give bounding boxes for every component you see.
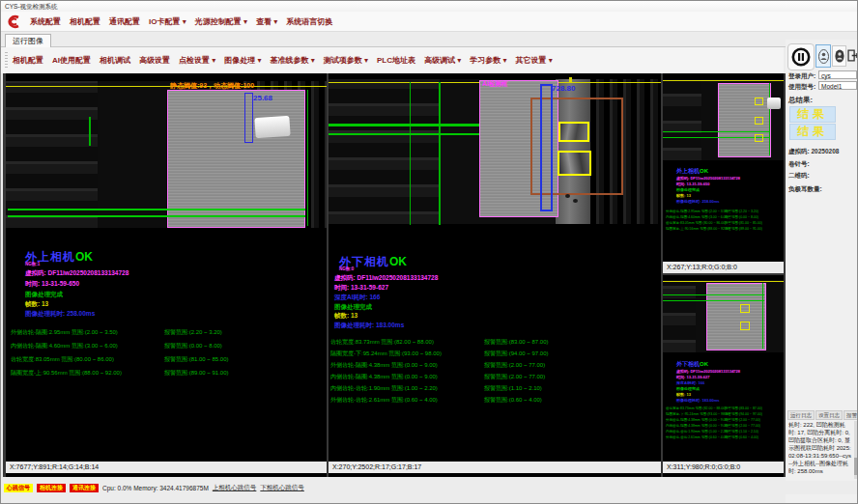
measure-row: 隔圈宽度-下:95.24mm 范围:(93.00 ~ 98.00)	[330, 350, 442, 358]
menu-camera-config[interactable]: 相机配置	[70, 16, 100, 27]
result-box-bottom: 结果	[789, 124, 836, 140]
thumb-row: 内侧齿轮-隔圈:4.60mm 范围:(3.00 ~ 6.00)	[666, 215, 729, 219]
menu-view[interactable]: 查看 ▾	[256, 16, 277, 27]
logout-button[interactable]	[846, 44, 858, 66]
log-scrollbar[interactable]	[854, 421, 857, 479]
thumb-bottom-bg-left	[663, 280, 696, 352]
menu-io-config[interactable]: IO卡配置 ▾	[149, 16, 186, 27]
tool-camera-debug[interactable]: 相机调试	[100, 55, 130, 66]
comm-link-indicator: 通讯连接	[70, 484, 99, 492]
center-camera-view[interactable]: AI检测框 728.80 外下相机OK NG数:0 虚拟码: DF11iw202…	[329, 73, 661, 477]
thumb-bottom-done: 图像处理完成	[676, 386, 700, 391]
thumb-top-camera-name: 外上相机	[676, 168, 700, 174]
thumb-top-done: 图像处理完成	[676, 187, 700, 192]
ai-detect-box-label: AI检测框	[482, 80, 507, 89]
tab-count-label: 负极耳数量:	[788, 185, 822, 194]
thumb-row: 外侧齿轮-隔圈:2.95mm 范围:(2.00 ~ 3.50)	[666, 210, 729, 213]
left-measure-roi	[244, 93, 253, 143]
log-scrollbar-thumb[interactable]	[854, 458, 857, 475]
alarm-range: 报警范围:(89.00 ~ 91.00)	[164, 369, 229, 378]
thumb-row: 齿轮宽度:83.05mm 范围:(80.00 ~ 86.00)	[666, 221, 726, 225]
left-frame-count: 帧数: 13	[25, 300, 48, 309]
thumb-top-roi-1	[755, 98, 763, 105]
thumb-row: 隔圈宽度-下:95.24mm 范围:(93.00 ~ 98.00)	[666, 412, 730, 416]
tool-test-params[interactable]: 测试项参数 ▾	[324, 55, 368, 66]
left-camera-view[interactable]: 25.68 静态阈值:93，动态阈值:100 外上相机OK NG数:1 虚拟码:…	[6, 73, 327, 477]
left-result-ok: OK	[75, 250, 93, 264]
thumb-top-ok: OK	[700, 168, 708, 174]
log-text-area[interactable]: 耗时: 222, 凹陷检测耗时: 17, 凹陷分离耗时: 0, 凹陷提取合区耗时…	[788, 421, 852, 479]
thumb-row: 报警范围:(0.60 ~ 4.00)	[725, 435, 758, 439]
login-user-value[interactable]: cys	[818, 70, 857, 79]
toolbar-grip[interactable]	[5, 52, 8, 68]
center-green-hline-1	[329, 124, 483, 126]
tool-ai-use-config[interactable]: AI使用配置	[52, 55, 91, 66]
app-window: CYS-视觉检测系统 系统配置 相机配置 通讯配置 IO卡配置 ▾ 光源控制配置…	[0, 0, 858, 504]
measure-row: 隔圈宽度-上:90.56mm 范围:(88.00 ~ 92.00)	[11, 369, 122, 378]
thumb-top-camera-view[interactable]: 外上相机OK 虚拟码: DF11iw20250208133134728 时间: …	[663, 73, 784, 273]
left-measure-value: 25.68	[253, 94, 272, 102]
thumb-bottom-ai-time: 深度AI耗时: 166	[676, 380, 704, 385]
thumb-bottom-title: 外下相机OK	[676, 360, 708, 369]
bottom-camera-heartbeat-link[interactable]: 下相机心跳信号	[260, 484, 304, 492]
thumb-row: 外侧齿轮-齿轮:2.61mm 范围:(0.60 ~ 4.00)	[666, 435, 729, 439]
log-tab-run[interactable]: 运行日志	[787, 410, 815, 420]
tool-advanced-settings[interactable]: 高级设置	[139, 55, 170, 66]
thumb-top-yellow-line	[663, 80, 784, 81]
thumb-top-frames: 帧数: 13	[676, 193, 691, 198]
thumb-top-title: 外上相机OK	[676, 167, 708, 176]
left-coord-bar: X:7677;Y:891;R:14;G:14;B:14	[6, 462, 327, 473]
log-tab-settings[interactable]: 设置日志	[815, 410, 843, 420]
tool-advanced-debug[interactable]: 高级调试 ▾	[424, 55, 461, 66]
alarm-range: 报警范围:(2.00 ~ 77.00)	[484, 373, 545, 381]
thumb-bottom-yellow-line	[663, 281, 784, 282]
heartbeat-indicator: 心跳信号	[4, 484, 33, 492]
center-hole-1	[565, 194, 570, 198]
thumb-row: 报警范围:(89.00 ~ 91.00)	[725, 227, 762, 231]
thumb-top-coord-bar: X:267;Y:13;R:0;G:0;B:0	[663, 262, 784, 273]
center-tab-roi-2	[558, 151, 591, 176]
menu-system-config[interactable]: 系统配置	[30, 16, 61, 27]
pause-button[interactable]	[787, 43, 815, 70]
tool-baseline-params[interactable]: 基准线参数 ▾	[271, 55, 315, 66]
measure-row: 外侧齿轮-齿轮:2.61mm 范围:(0.60 ~ 4.00)	[330, 396, 438, 405]
center-coord-bar: X:270;Y:2502;R:17;G:17;B:17	[329, 462, 661, 473]
tool-other-settings[interactable]: 其它设置 ▾	[516, 55, 553, 66]
center-green-vline-1	[410, 82, 411, 225]
tool-learn-params[interactable]: 学习参数 ▾	[470, 55, 506, 66]
thumb-bottom-coord-bar: X:311;Y:980;R:0;G:0;B:0	[663, 462, 784, 473]
log-tab-alarm[interactable]: 报警日志	[844, 410, 858, 420]
menu-comm-config[interactable]: 通讯配置	[109, 16, 140, 27]
left-yellow-scanline	[6, 86, 327, 87]
center-machine-bg	[329, 79, 440, 224]
result-box-top: 结果	[789, 106, 836, 123]
needle-number-label: 卷针号:	[788, 160, 810, 169]
cpu-memory-readout: Cpu: 0.0% Memory: 3424.41796875M	[102, 485, 209, 491]
thumb-bottom-gline-1	[663, 294, 764, 295]
center-tab-roi-1	[558, 122, 589, 142]
menu-language-switch[interactable]: 系统语言切换	[286, 16, 332, 27]
top-camera-heartbeat-link[interactable]: 上相机心跳信号	[213, 484, 257, 492]
tool-camera-config[interactable]: 相机配置	[13, 55, 43, 66]
thumb-bottom-roi-2	[740, 322, 750, 330]
user-button[interactable]	[815, 44, 831, 68]
left-barcode: 虚拟码: DF11iw20250208133134728	[25, 269, 129, 278]
thumb-bottom-camera-view[interactable]: 外下相机OK 虚拟码: DF11iw20250208133134728 时间: …	[663, 275, 784, 477]
menu-light-config[interactable]: 光源控制配置 ▾	[195, 16, 247, 27]
tab-run-image[interactable]: 运行图像	[5, 34, 51, 47]
left-green-hline-2	[8, 215, 305, 217]
brand-logo-icon	[5, 14, 21, 29]
left-ng-count: NG数:1	[25, 262, 40, 266]
tool-image-process[interactable]: 图像处理 ▾	[224, 55, 261, 66]
user-dark-button[interactable]	[832, 45, 846, 67]
center-process-time: 图像处理耗时: 183.00ms	[334, 322, 404, 330]
model-value[interactable]: Model1	[818, 81, 857, 90]
tool-plc-address[interactable]: PLC地址表	[377, 55, 415, 66]
thumb-row: 内侧齿轮-齿轮:1.90mm 范围:(1.00 ~ 2.20)	[666, 430, 729, 434]
center-barcode: 虚拟码: DF11iw20250208133134728	[334, 274, 438, 283]
tool-spot-check[interactable]: 点检设置 ▾	[179, 55, 215, 66]
alarm-range: 报警范围:(0.60 ~ 4.00)	[484, 396, 542, 405]
alarm-range: 报警范围:(2.00 ~ 77.00)	[484, 361, 545, 370]
center-green-vline-2	[439, 82, 441, 225]
thumb-bottom-time: 时间: 13-31-59-627	[676, 375, 709, 379]
